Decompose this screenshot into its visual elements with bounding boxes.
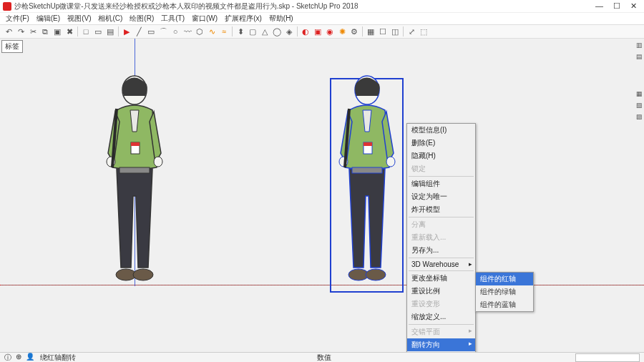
line-icon[interactable]: ╱	[133, 26, 145, 37]
user-icon[interactable]: 👤	[26, 353, 34, 363]
vray-icon[interactable]: ◐	[300, 26, 311, 37]
svg-point-15	[366, 269, 386, 280]
cut-icon[interactable]: ✂	[27, 26, 39, 37]
svg-rect-10	[364, 142, 372, 146]
context-item[interactable]: 3D Warehouse	[407, 259, 475, 270]
panel-icon[interactable]: ▧	[636, 102, 643, 109]
separator	[362, 26, 363, 36]
menu-edit[interactable]: 编辑(E)	[34, 13, 63, 24]
title-bar: 沙枪SketchUp微课堂-只发送来经沙枪授权或沙枪本人双印的视频文件都是盗用行…	[0, 0, 644, 13]
panel-icon[interactable]: ▦	[636, 90, 643, 97]
context-item[interactable]: 设定为唯一	[407, 190, 475, 203]
panel-icon[interactable]: ▤	[636, 53, 643, 60]
render-icon[interactable]: ▣	[312, 26, 323, 37]
svg-rect-13	[352, 167, 382, 173]
context-item: 分离	[407, 218, 475, 231]
submenu-item[interactable]: 组件的蓝轴	[476, 298, 533, 311]
gear-icon[interactable]: ⚙	[348, 26, 360, 37]
curve-icon[interactable]: ∿	[206, 26, 218, 37]
separator	[232, 26, 233, 36]
menu-help[interactable]: 帮助(H)	[266, 13, 296, 24]
separator	[118, 26, 119, 36]
viewport[interactable]: 标签	[0, 39, 644, 352]
context-item[interactable]: 重设比例	[407, 285, 475, 298]
light-icon[interactable]: ✺	[336, 26, 348, 37]
sphere-icon[interactable]: ◯	[271, 26, 283, 37]
figure-1[interactable]	[95, 74, 174, 289]
panel-icon[interactable]: ▨	[636, 113, 643, 120]
context-menu[interactable]: 模型信息(I)删除(E)隐藏(H)锁定编辑组件设定为唯一炸开模型分离重新载入..…	[406, 123, 476, 362]
expand-icon[interactable]: ⤢	[406, 26, 417, 37]
menu-draw[interactable]: 绘图(R)	[127, 13, 157, 24]
menu-view[interactable]: 视图(V)	[64, 13, 94, 24]
menu-extensions[interactable]: 扩展程序(x)	[222, 13, 265, 24]
figure-2-selected[interactable]	[328, 74, 406, 289]
rect-icon[interactable]: ▭	[145, 26, 157, 37]
menu-camera[interactable]: 相机(C)	[95, 13, 125, 24]
context-item[interactable]: 另存为...	[407, 244, 475, 257]
context-item[interactable]: 炸开模型	[407, 203, 475, 216]
submenu-item[interactable]: 组件的红轴	[476, 273, 533, 285]
polygon-icon[interactable]: ⬡	[194, 26, 205, 37]
freehand-icon[interactable]: 〰	[182, 26, 193, 37]
copy-icon[interactable]: ⧉	[39, 26, 51, 37]
maximize-button[interactable]: ☐	[613, 1, 620, 11]
new-icon[interactable]: □	[80, 26, 92, 37]
context-submenu[interactable]: 组件的红轴组件的绿轴组件的蓝轴	[475, 272, 534, 312]
canvas	[0, 39, 644, 352]
separator	[403, 26, 404, 36]
camera-icon[interactable]: ◉	[324, 26, 336, 37]
svg-point-12	[386, 157, 395, 167]
status-hint: 绕红轴翻转	[40, 353, 76, 363]
view1-icon[interactable]: ☐	[377, 26, 389, 37]
status-bar: ⓘ ⊕ 👤 绕红轴翻转 数值	[0, 352, 644, 362]
close-button[interactable]: ✕	[630, 1, 637, 11]
context-item[interactable]: 缩放定义...	[407, 310, 475, 323]
dimensions-input[interactable]	[575, 353, 640, 362]
window-title: 沙枪SketchUp微课堂-只发送来经沙枪授权或沙枪本人双印的视频文件都是盗用行…	[14, 1, 595, 11]
arc-icon[interactable]: ⌒	[157, 26, 169, 37]
menu-file[interactable]: 文件(F)	[3, 13, 32, 24]
context-item[interactable]: 更改坐标轴	[407, 272, 475, 285]
open-icon[interactable]: ▭	[92, 26, 104, 37]
panel-icon[interactable]: ▥	[636, 41, 643, 49]
redo-icon[interactable]: ↷	[15, 26, 26, 37]
right-toolbar: ▥ ▤ ▦ ▧ ▨	[634, 39, 644, 120]
tag-icon[interactable]: ◈	[283, 26, 295, 37]
menu-bar: 文件(F) 编辑(E) 视图(V) 相机(C) 绘图(R) 工具(T) 窗口(W…	[0, 13, 644, 24]
cone-icon[interactable]: △	[259, 26, 270, 37]
geo-icon[interactable]: ⊕	[16, 353, 21, 363]
context-item[interactable]: 翻转方向	[407, 338, 475, 351]
view2-icon[interactable]: ◫	[389, 26, 401, 37]
box-icon[interactable]: ▢	[247, 26, 258, 37]
person-icon	[95, 74, 174, 289]
iso-icon[interactable]: ⬚	[418, 26, 429, 37]
context-item[interactable]: 模型信息(I)	[407, 124, 475, 137]
pushpull-icon[interactable]: ⬍	[235, 26, 246, 37]
svg-point-4	[154, 157, 162, 167]
context-item: 重新载入...	[407, 231, 475, 244]
context-item: 重设变形	[407, 298, 475, 310]
context-item: 锁定	[407, 162, 475, 175]
context-item[interactable]: 编辑组件	[407, 177, 475, 190]
menu-tools[interactable]: 工具(T)	[158, 13, 187, 24]
undo-icon[interactable]: ↶	[3, 26, 14, 37]
circle-icon[interactable]: ○	[170, 26, 181, 37]
status-icons: ⓘ ⊕ 👤	[4, 353, 34, 363]
separator	[297, 26, 298, 36]
wave-icon[interactable]: ≈	[218, 26, 230, 37]
info-icon[interactable]: ⓘ	[4, 353, 11, 363]
menu-window[interactable]: 窗口(W)	[189, 13, 220, 24]
person-icon	[328, 74, 406, 289]
context-item: 交错平面	[407, 326, 475, 338]
submenu-item[interactable]: 组件的绿轴	[476, 285, 533, 298]
context-item[interactable]: 隐藏(H)	[407, 150, 475, 162]
paste-icon[interactable]: ▣	[52, 26, 63, 37]
context-item[interactable]: 删除(E)	[407, 137, 475, 150]
minimize-button[interactable]: —	[595, 1, 603, 11]
grid-icon[interactable]: ▦	[365, 26, 376, 37]
select-icon[interactable]: ▶	[121, 26, 132, 37]
window-controls: — ☐ ✕	[595, 1, 641, 11]
save-icon[interactable]: ▤	[104, 26, 116, 37]
delete-icon[interactable]: ✖	[64, 26, 75, 37]
